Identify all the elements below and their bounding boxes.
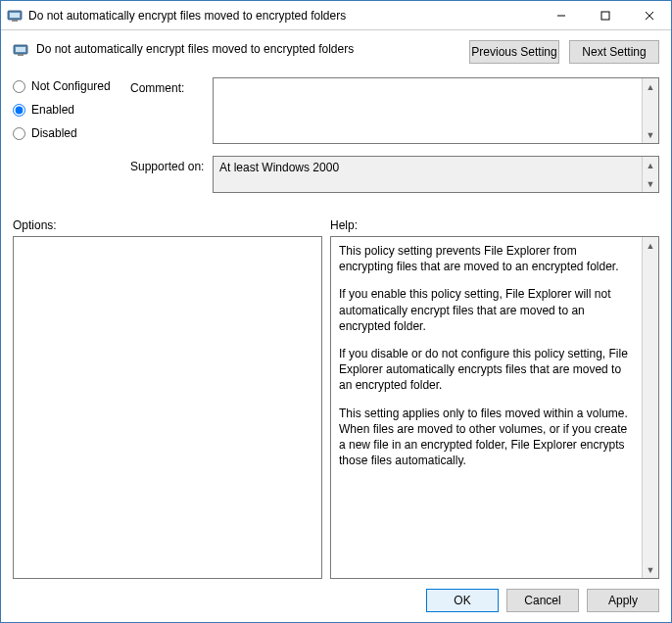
svg-rect-4: [601, 12, 609, 20]
radio-disabled-label: Disabled: [31, 126, 77, 140]
scroll-down-icon[interactable]: ▼: [643, 126, 658, 143]
svg-rect-8: [16, 47, 25, 52]
comment-row: Comment: ▲ ▼: [130, 77, 659, 144]
scroll-track[interactable]: [643, 254, 658, 561]
supported-label: Supported on:: [130, 156, 213, 173]
help-panel: This policy setting prevents File Explor…: [330, 236, 659, 579]
supported-field-wrap: At least Windows 2000 ▲ ▼: [213, 156, 659, 193]
dialog-footer: OK Cancel Apply: [13, 579, 659, 612]
help-content: This policy setting prevents File Explor…: [331, 237, 642, 578]
close-button[interactable]: [627, 1, 671, 29]
app-icon: [7, 8, 23, 24]
dialog-content: Do not automatically encrypt files moved…: [1, 30, 671, 622]
header-row: Do not automatically encrypt files moved…: [13, 40, 659, 64]
form-grid: Comment: ▲ ▼ Supported on: At least Wind…: [130, 77, 659, 205]
options-content: [14, 237, 321, 578]
apply-button[interactable]: Apply: [587, 589, 659, 612]
supported-value: At least Windows 2000: [214, 157, 642, 192]
title-bar: Do not automatically encrypt files moved…: [1, 1, 671, 30]
svg-rect-1: [10, 13, 20, 18]
supported-scrollbar: ▲ ▼: [642, 157, 658, 192]
comment-label: Comment:: [130, 77, 213, 95]
maximize-button[interactable]: [583, 1, 627, 29]
state-radios: Not Configured Enabled Disabled: [13, 77, 130, 150]
supported-row: Supported on: At least Windows 2000 ▲ ▼: [130, 156, 659, 193]
minimize-button[interactable]: [539, 1, 583, 29]
help-label: Help:: [330, 218, 358, 232]
scroll-up-icon: ▲: [643, 157, 658, 173]
policy-icon: [13, 42, 28, 58]
window-title: Do not automatically encrypt files moved…: [28, 9, 539, 23]
config-row: Not Configured Enabled Disabled Comment:: [13, 77, 659, 205]
options-panel: [13, 236, 322, 579]
comment-scrollbar[interactable]: ▲ ▼: [642, 78, 658, 143]
options-label: Options:: [13, 218, 330, 232]
radio-enabled-label: Enabled: [31, 103, 74, 117]
policy-title: Do not automatically encrypt files moved…: [36, 40, 459, 56]
scroll-up-icon[interactable]: ▲: [643, 237, 658, 254]
radio-enabled-input[interactable]: [13, 104, 25, 117]
next-setting-button[interactable]: Next Setting: [569, 40, 659, 64]
radio-not-configured-input[interactable]: [13, 80, 25, 93]
comment-field-wrap: ▲ ▼: [213, 77, 659, 144]
window-controls: [539, 1, 671, 29]
help-scrollbar[interactable]: ▲ ▼: [642, 237, 658, 578]
ok-button[interactable]: OK: [426, 589, 499, 612]
previous-setting-button[interactable]: Previous Setting: [469, 40, 559, 64]
section-labels: Options: Help:: [13, 218, 659, 232]
radio-disabled[interactable]: Disabled: [13, 126, 130, 140]
radio-enabled[interactable]: Enabled: [13, 103, 130, 117]
dialog-window: Do not automatically encrypt files moved…: [0, 0, 672, 623]
scroll-up-icon[interactable]: ▲: [643, 78, 658, 95]
panels: This policy setting prevents File Explor…: [13, 236, 659, 579]
scroll-down-icon[interactable]: ▼: [643, 561, 658, 578]
nav-buttons: Previous Setting Next Setting: [469, 40, 659, 64]
radio-not-configured-label: Not Configured: [31, 79, 111, 93]
svg-rect-9: [18, 54, 24, 56]
svg-rect-2: [12, 20, 18, 22]
scroll-down-icon: ▼: [643, 175, 658, 192]
cancel-button[interactable]: Cancel: [506, 589, 579, 612]
radio-disabled-input[interactable]: [13, 127, 25, 140]
radio-not-configured[interactable]: Not Configured: [13, 79, 130, 93]
comment-field[interactable]: [214, 78, 642, 143]
